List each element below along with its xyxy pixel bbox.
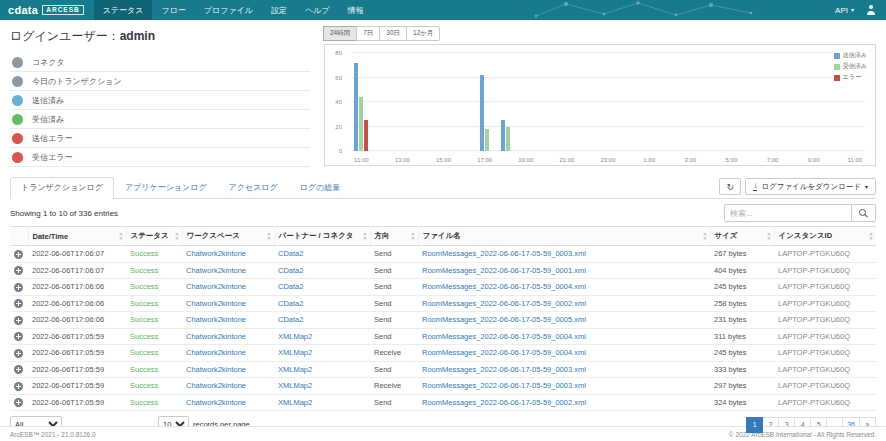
brand-name: cdata (8, 4, 38, 16)
column-header[interactable]: ワークスペース (182, 227, 274, 246)
brand-logo[interactable]: cdata ARCESB (0, 0, 94, 20)
refresh-button[interactable]: ↻ (719, 178, 741, 195)
x-tick-label (372, 157, 393, 163)
expand-row-icon[interactable] (14, 332, 23, 341)
cell-datetime: 2022-06-06T17:05:59 (28, 345, 126, 362)
chart-panel: 020406080 11:0013:0015:0017:0019:0021:00… (324, 44, 876, 166)
workspace-link[interactable]: Chatwork2kintone (186, 299, 246, 308)
expand-row-icon[interactable] (14, 250, 23, 259)
chevron-down-icon: ▾ (865, 184, 868, 190)
column-header[interactable]: Date/Time (28, 227, 126, 246)
filename-link[interactable]: RoomMessages_2022-06-06-17-05-59_0002.xm… (422, 398, 586, 407)
cell-direction: Receive (370, 378, 418, 395)
metric-row[interactable]: 受信済み (10, 110, 310, 129)
page-button[interactable]: 1 (746, 417, 763, 433)
username: admin (120, 29, 155, 43)
search-button[interactable] (852, 204, 876, 222)
metric-row[interactable]: コネクタ (10, 53, 310, 72)
filename-link[interactable]: RoomMessages_2022-06-06-17-05-59_0003.xm… (422, 365, 586, 374)
search-group (724, 204, 876, 222)
x-tick-label: 1:00 (639, 157, 660, 163)
x-tick-label: 9:00 (803, 157, 824, 163)
workspace-link[interactable]: Chatwork2kintone (186, 266, 246, 275)
filename-link[interactable]: RoomMessages_2022-06-06-17-05-59_0004.xm… (422, 348, 586, 357)
filename-link[interactable]: RoomMessages_2022-06-06-17-05-59_0001.xm… (422, 266, 586, 275)
filename-link[interactable]: RoomMessages_2022-06-06-17-05-59_0004.xm… (422, 332, 586, 341)
column-header[interactable]: サイズ (710, 227, 774, 246)
metric-row[interactable]: 送信エラー (10, 129, 310, 148)
nav-item[interactable]: 情報 (339, 0, 373, 20)
column-header[interactable]: ファイル名 (418, 227, 710, 246)
expand-row-icon[interactable] (14, 365, 23, 374)
workspace-link[interactable]: Chatwork2kintone (186, 365, 246, 374)
partner-link[interactable]: CData2 (278, 315, 303, 324)
expand-row-icon[interactable] (14, 316, 23, 325)
column-header[interactable]: 方向 (370, 227, 418, 246)
workspace-link[interactable]: Chatwork2kintone (186, 249, 246, 258)
workspace-link[interactable]: Chatwork2kintone (186, 332, 246, 341)
partner-link[interactable]: XMLMap2 (278, 381, 312, 390)
metric-row[interactable]: 受信エラー (10, 148, 310, 167)
metric-status-icon (12, 114, 23, 125)
column-header-label: パートナー / コネクタ (279, 231, 354, 240)
metric-row[interactable]: 今日のトランザクション (10, 72, 310, 91)
sort-icon (119, 232, 123, 240)
column-header[interactable]: パートナー / コネクタ (274, 227, 370, 246)
nav-item[interactable]: プロファイル (195, 0, 262, 20)
column-header[interactable]: インスタンスID (774, 227, 876, 246)
api-menu[interactable]: API ▾ (835, 6, 854, 15)
metric-row[interactable]: 送信済み (10, 91, 310, 110)
workspace-link[interactable]: Chatwork2kintone (186, 348, 246, 357)
cell-instance-id: LAPTOP-PTGKU60Q (774, 295, 876, 312)
expand-row-icon[interactable] (14, 349, 23, 358)
filename-link[interactable]: RoomMessages_2022-06-06-17-05-59_0003.xm… (422, 381, 586, 390)
partner-link[interactable]: XMLMap2 (278, 365, 312, 374)
tab[interactable]: アプリケーションログ (114, 177, 218, 199)
expand-row-icon[interactable] (14, 266, 23, 275)
partner-link[interactable]: CData2 (278, 282, 303, 291)
workspace-link[interactable]: Chatwork2kintone (186, 381, 246, 390)
showing-entries: Showing 1 to 10 of 336 entries (10, 209, 118, 218)
expand-row-icon[interactable] (14, 398, 23, 407)
download-log-button[interactable]: ↓ ログファイルをダウンロード ▾ (745, 178, 876, 195)
filename-link[interactable]: RoomMessages_2022-06-06-17-05-59_0002.xm… (422, 299, 586, 308)
column-header[interactable]: ステータス (126, 227, 182, 246)
navbar: cdata ARCESB ステータス フロー プロファイル 設定 ヘルプ 情報 (0, 0, 886, 20)
search-input[interactable] (724, 204, 852, 222)
range-button[interactable]: 7日 (356, 26, 380, 41)
cell-instance-id: LAPTOP-PTGKU60Q (774, 361, 876, 378)
column-header[interactable] (10, 227, 28, 246)
nav-item[interactable]: ヘルプ (296, 0, 339, 20)
tab[interactable]: アクセスログ (218, 177, 289, 199)
expand-row-icon[interactable] (14, 283, 23, 292)
partner-link[interactable]: CData2 (278, 266, 303, 275)
table-row: 2022-06-06T17:06:06 Success Chatwork2kin… (10, 279, 876, 296)
partner-link[interactable]: XMLMap2 (278, 348, 312, 357)
filename-link[interactable]: RoomMessages_2022-06-06-17-05-59_0004.xm… (422, 282, 586, 291)
range-button[interactable]: 24時間 (323, 26, 357, 41)
nav-item[interactable]: フロー (152, 0, 194, 20)
workspace-link[interactable]: Chatwork2kintone (186, 282, 246, 291)
filename-link[interactable]: RoomMessages_2022-06-06-17-05-59_0003.xm… (422, 249, 586, 258)
bar (480, 75, 484, 151)
range-button[interactable]: 12か月 (406, 26, 440, 41)
cell-size: 258 bytes (710, 295, 774, 312)
partner-link[interactable]: CData2 (278, 249, 303, 258)
workspace-link[interactable]: Chatwork2kintone (186, 398, 246, 407)
nav-item[interactable]: 設定 (262, 0, 296, 20)
expand-row-icon[interactable] (14, 299, 23, 308)
workspace-link[interactable]: Chatwork2kintone (186, 315, 246, 324)
filename-link[interactable]: RoomMessages_2022-06-06-17-05-59_0005.xm… (422, 315, 586, 324)
user-icon[interactable] (866, 5, 876, 15)
metric-label: 今日のトランザクション (32, 76, 122, 87)
partner-link[interactable]: XMLMap2 (278, 398, 312, 407)
y-tick-label: 40 (335, 99, 342, 105)
partner-link[interactable]: XMLMap2 (278, 332, 312, 341)
range-button[interactable]: 30日 (379, 26, 407, 41)
sort-icon (411, 232, 415, 240)
expand-row-icon[interactable] (14, 382, 23, 391)
nav-item[interactable]: ステータス (94, 0, 153, 20)
tab[interactable]: トランザクションログ (10, 177, 114, 199)
tab[interactable]: ログの総量 (289, 177, 352, 199)
partner-link[interactable]: CData2 (278, 299, 303, 308)
